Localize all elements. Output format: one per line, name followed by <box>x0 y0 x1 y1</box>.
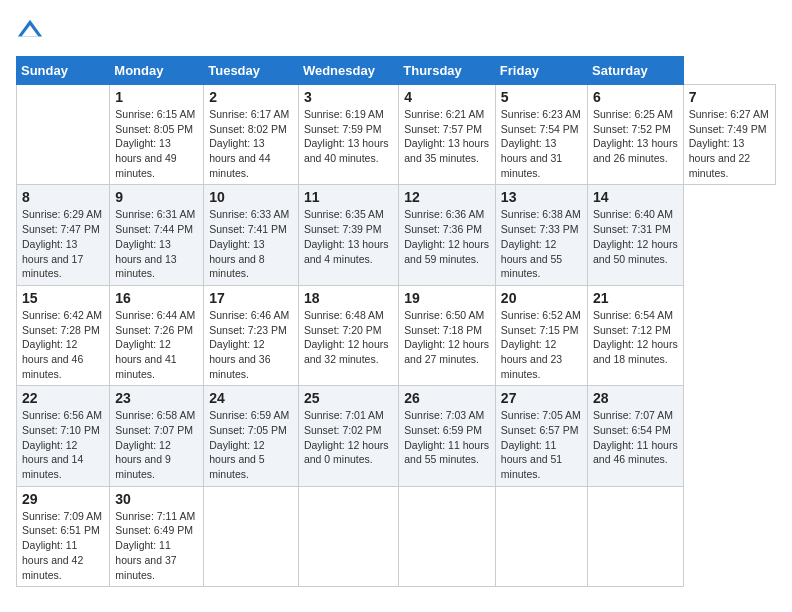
calendar-cell: 26Sunrise: 7:03 AMSunset: 6:59 PMDayligh… <box>399 386 496 486</box>
day-info: Sunrise: 7:01 AMSunset: 7:02 PMDaylight:… <box>304 408 393 467</box>
col-header-friday: Friday <box>495 57 587 85</box>
calendar-cell <box>204 486 299 586</box>
logo-icon <box>16 16 44 44</box>
calendar-cell: 17Sunrise: 6:46 AMSunset: 7:23 PMDayligh… <box>204 285 299 385</box>
calendar-cell: 11Sunrise: 6:35 AMSunset: 7:39 PMDayligh… <box>298 185 398 285</box>
day-number: 2 <box>209 89 293 105</box>
day-number: 12 <box>404 189 490 205</box>
calendar-cell: 27Sunrise: 7:05 AMSunset: 6:57 PMDayligh… <box>495 386 587 486</box>
day-info: Sunrise: 6:38 AMSunset: 7:33 PMDaylight:… <box>501 207 582 280</box>
calendar-cell: 16Sunrise: 6:44 AMSunset: 7:26 PMDayligh… <box>110 285 204 385</box>
col-header-tuesday: Tuesday <box>204 57 299 85</box>
day-info: Sunrise: 6:48 AMSunset: 7:20 PMDaylight:… <box>304 308 393 367</box>
calendar-cell: 20Sunrise: 6:52 AMSunset: 7:15 PMDayligh… <box>495 285 587 385</box>
day-number: 18 <box>304 290 393 306</box>
day-info: Sunrise: 6:21 AMSunset: 7:57 PMDaylight:… <box>404 107 490 166</box>
day-info: Sunrise: 6:17 AMSunset: 8:02 PMDaylight:… <box>209 107 293 180</box>
calendar-cell: 2Sunrise: 6:17 AMSunset: 8:02 PMDaylight… <box>204 85 299 185</box>
calendar-cell <box>399 486 496 586</box>
day-number: 6 <box>593 89 678 105</box>
day-info: Sunrise: 6:19 AMSunset: 7:59 PMDaylight:… <box>304 107 393 166</box>
day-info: Sunrise: 7:07 AMSunset: 6:54 PMDaylight:… <box>593 408 678 467</box>
day-number: 28 <box>593 390 678 406</box>
day-number: 27 <box>501 390 582 406</box>
calendar-week-row: 29Sunrise: 7:09 AMSunset: 6:51 PMDayligh… <box>17 486 776 586</box>
day-number: 19 <box>404 290 490 306</box>
day-info: Sunrise: 6:15 AMSunset: 8:05 PMDaylight:… <box>115 107 198 180</box>
calendar-cell <box>588 486 684 586</box>
calendar-cell: 24Sunrise: 6:59 AMSunset: 7:05 PMDayligh… <box>204 386 299 486</box>
day-info: Sunrise: 7:03 AMSunset: 6:59 PMDaylight:… <box>404 408 490 467</box>
day-info: Sunrise: 6:25 AMSunset: 7:52 PMDaylight:… <box>593 107 678 166</box>
calendar-week-row: 22Sunrise: 6:56 AMSunset: 7:10 PMDayligh… <box>17 386 776 486</box>
day-info: Sunrise: 6:27 AMSunset: 7:49 PMDaylight:… <box>689 107 770 180</box>
calendar-cell: 18Sunrise: 6:48 AMSunset: 7:20 PMDayligh… <box>298 285 398 385</box>
calendar-header-row: SundayMondayTuesdayWednesdayThursdayFrid… <box>17 57 776 85</box>
calendar-cell: 4Sunrise: 6:21 AMSunset: 7:57 PMDaylight… <box>399 85 496 185</box>
day-number: 17 <box>209 290 293 306</box>
calendar-table: SundayMondayTuesdayWednesdayThursdayFrid… <box>16 56 776 587</box>
calendar-cell: 6Sunrise: 6:25 AMSunset: 7:52 PMDaylight… <box>588 85 684 185</box>
day-number: 16 <box>115 290 198 306</box>
day-number: 14 <box>593 189 678 205</box>
day-info: Sunrise: 6:59 AMSunset: 7:05 PMDaylight:… <box>209 408 293 481</box>
day-number: 26 <box>404 390 490 406</box>
day-info: Sunrise: 6:44 AMSunset: 7:26 PMDaylight:… <box>115 308 198 381</box>
calendar-cell: 10Sunrise: 6:33 AMSunset: 7:41 PMDayligh… <box>204 185 299 285</box>
calendar-cell: 5Sunrise: 6:23 AMSunset: 7:54 PMDaylight… <box>495 85 587 185</box>
day-info: Sunrise: 6:33 AMSunset: 7:41 PMDaylight:… <box>209 207 293 280</box>
day-info: Sunrise: 6:50 AMSunset: 7:18 PMDaylight:… <box>404 308 490 367</box>
calendar-cell: 1Sunrise: 6:15 AMSunset: 8:05 PMDaylight… <box>110 85 204 185</box>
day-info: Sunrise: 6:31 AMSunset: 7:44 PMDaylight:… <box>115 207 198 280</box>
calendar-cell <box>495 486 587 586</box>
calendar-cell: 23Sunrise: 6:58 AMSunset: 7:07 PMDayligh… <box>110 386 204 486</box>
day-number: 1 <box>115 89 198 105</box>
day-number: 13 <box>501 189 582 205</box>
col-header-thursday: Thursday <box>399 57 496 85</box>
day-number: 4 <box>404 89 490 105</box>
calendar-week-row: 8Sunrise: 6:29 AMSunset: 7:47 PMDaylight… <box>17 185 776 285</box>
day-number: 5 <box>501 89 582 105</box>
calendar-cell: 15Sunrise: 6:42 AMSunset: 7:28 PMDayligh… <box>17 285 110 385</box>
day-number: 25 <box>304 390 393 406</box>
calendar-cell <box>298 486 398 586</box>
day-info: Sunrise: 6:35 AMSunset: 7:39 PMDaylight:… <box>304 207 393 266</box>
calendar-cell: 29Sunrise: 7:09 AMSunset: 6:51 PMDayligh… <box>17 486 110 586</box>
day-number: 9 <box>115 189 198 205</box>
day-info: Sunrise: 6:42 AMSunset: 7:28 PMDaylight:… <box>22 308 104 381</box>
day-info: Sunrise: 6:40 AMSunset: 7:31 PMDaylight:… <box>593 207 678 266</box>
day-number: 8 <box>22 189 104 205</box>
day-info: Sunrise: 6:36 AMSunset: 7:36 PMDaylight:… <box>404 207 490 266</box>
day-number: 7 <box>689 89 770 105</box>
day-number: 21 <box>593 290 678 306</box>
calendar-cell: 9Sunrise: 6:31 AMSunset: 7:44 PMDaylight… <box>110 185 204 285</box>
col-header-saturday: Saturday <box>588 57 684 85</box>
calendar-week-row: 15Sunrise: 6:42 AMSunset: 7:28 PMDayligh… <box>17 285 776 385</box>
calendar-cell: 19Sunrise: 6:50 AMSunset: 7:18 PMDayligh… <box>399 285 496 385</box>
calendar-cell: 13Sunrise: 6:38 AMSunset: 7:33 PMDayligh… <box>495 185 587 285</box>
col-header-wednesday: Wednesday <box>298 57 398 85</box>
day-number: 11 <box>304 189 393 205</box>
day-number: 30 <box>115 491 198 507</box>
col-header-monday: Monday <box>110 57 204 85</box>
day-info: Sunrise: 6:54 AMSunset: 7:12 PMDaylight:… <box>593 308 678 367</box>
day-info: Sunrise: 6:52 AMSunset: 7:15 PMDaylight:… <box>501 308 582 381</box>
logo <box>16 16 48 44</box>
calendar-week-row: 1Sunrise: 6:15 AMSunset: 8:05 PMDaylight… <box>17 85 776 185</box>
day-info: Sunrise: 7:05 AMSunset: 6:57 PMDaylight:… <box>501 408 582 481</box>
calendar-cell: 22Sunrise: 6:56 AMSunset: 7:10 PMDayligh… <box>17 386 110 486</box>
day-info: Sunrise: 6:29 AMSunset: 7:47 PMDaylight:… <box>22 207 104 280</box>
day-info: Sunrise: 7:09 AMSunset: 6:51 PMDaylight:… <box>22 509 104 582</box>
day-info: Sunrise: 6:23 AMSunset: 7:54 PMDaylight:… <box>501 107 582 180</box>
col-header-sunday: Sunday <box>17 57 110 85</box>
day-number: 22 <box>22 390 104 406</box>
calendar-cell: 25Sunrise: 7:01 AMSunset: 7:02 PMDayligh… <box>298 386 398 486</box>
day-number: 15 <box>22 290 104 306</box>
day-info: Sunrise: 6:46 AMSunset: 7:23 PMDaylight:… <box>209 308 293 381</box>
calendar-cell: 28Sunrise: 7:07 AMSunset: 6:54 PMDayligh… <box>588 386 684 486</box>
day-number: 29 <box>22 491 104 507</box>
calendar-cell <box>17 85 110 185</box>
calendar-cell: 7Sunrise: 6:27 AMSunset: 7:49 PMDaylight… <box>683 85 775 185</box>
calendar-cell: 30Sunrise: 7:11 AMSunset: 6:49 PMDayligh… <box>110 486 204 586</box>
day-info: Sunrise: 6:56 AMSunset: 7:10 PMDaylight:… <box>22 408 104 481</box>
